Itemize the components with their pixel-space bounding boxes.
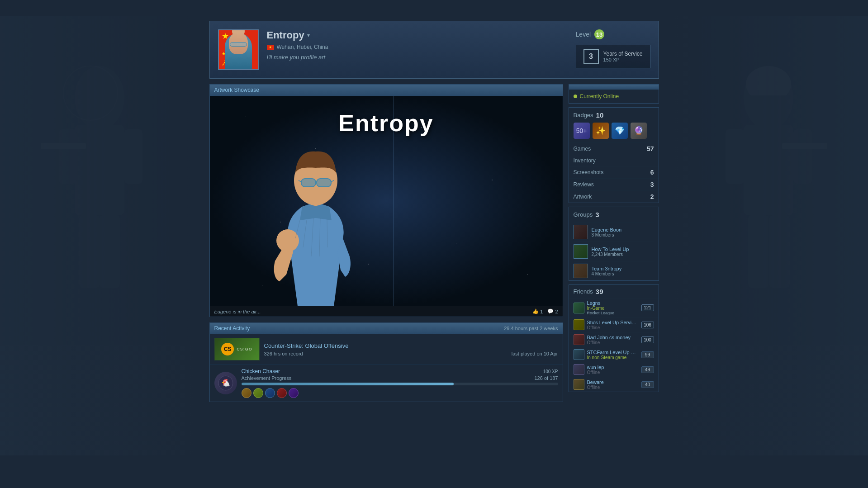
friend-item-0[interactable]: Legns In-Game Rocket League 121 (569, 298, 659, 317)
friend-status-2: Offline (587, 340, 639, 345)
comment-icon: 💬 (547, 308, 554, 314)
friend-status-1: Offline (587, 325, 639, 330)
reviews-stat-row[interactable]: Reviews 3 (569, 178, 659, 190)
csgo-logo: CS CS:GO (214, 338, 260, 360)
svg-rect-16 (748, 215, 768, 288)
profile-level-section: Level 13 3 Years of Service 150 XP (576, 29, 650, 68)
svg-rect-5 (75, 125, 124, 215)
friend-avatar-4 (574, 364, 584, 375)
artwork-count: 2 (650, 193, 654, 200)
badges-section: Badges 10 50+ ✨ 💎 🔮 (569, 108, 659, 142)
friend-item-2[interactable]: Bad John cs.money Offline 100 (569, 332, 659, 347)
svg-rect-17 (769, 215, 790, 288)
recent-activity: Recent Activity 29.4 hours past 2 weeks … (209, 322, 563, 402)
like-action[interactable]: 👍 1 (532, 308, 543, 314)
achievement-info: Chicken Chaser 100 XP Achievement Progre… (242, 368, 558, 398)
group-item-1[interactable]: How To Level Up 2,243 Members (574, 242, 654, 261)
years-label: Years of Service (603, 51, 643, 57)
games-label: Games (574, 146, 644, 152)
status-header (569, 85, 659, 90)
svg-rect-25 (317, 179, 331, 187)
friends-title: Friends 39 (569, 288, 659, 298)
csgo-label: CS:GO (237, 347, 252, 351)
ach-icon-1 (242, 388, 251, 398)
svg-rect-8 (79, 215, 100, 288)
friend-avatar-0 (574, 303, 584, 313)
friend-info-1: Stu's Level Up Service 22:1 Offline (587, 320, 639, 330)
like-count: 1 (540, 309, 543, 314)
badge-blue[interactable]: 💎 (612, 123, 628, 139)
caption-actions: 👍 1 💬 2 (532, 308, 558, 314)
friend-info-4: wun lep Offline (587, 365, 639, 375)
csgo-stats: 326 hrs on record last played on 10 Apr (264, 351, 558, 356)
group-name-0: Eugene Boon (592, 227, 654, 232)
groups-inner: Groups 3 Eugene Boon 3 Members How To (569, 207, 659, 280)
games-stat-row[interactable]: Games 57 (569, 142, 659, 155)
group-avatar-2 (574, 264, 588, 278)
achievement-fill (242, 383, 454, 385)
achievement-game-icon[interactable]: 🐔 (214, 372, 237, 394)
group-info-0: Eugene Boon 3 Members (592, 227, 654, 237)
content-area: Artwork Showcase Entropy (209, 84, 659, 402)
artwork-stat-row[interactable]: Artwork 2 (569, 190, 659, 203)
status-row: Currently Online (569, 90, 659, 103)
group-avatar-0 (574, 225, 588, 239)
friend-item-4[interactable]: wun lep Offline 49 (569, 362, 659, 377)
achievement-game-name: Chicken Chaser (242, 368, 280, 374)
friend-avatar-2 (574, 334, 584, 345)
achievement-game-xp: 100 XP (543, 369, 558, 374)
friend-item-1[interactable]: Stu's Level Up Service 22:1 Offline 106 (569, 317, 659, 332)
like-icon: 👍 (532, 308, 539, 314)
avatar-glasses (230, 42, 247, 47)
friends-inner: Friends 39 Legns In-Game Rocket League 1… (569, 285, 659, 392)
group-item-0[interactable]: Eugene Boon 3 Members (574, 222, 654, 242)
badges-label: Badges (574, 112, 593, 118)
artwork-divider (393, 96, 394, 306)
profile-username: Entropy (267, 29, 304, 41)
csgo-hours: 326 hrs on record (264, 351, 303, 356)
badge-50[interactable]: 50+ (574, 123, 590, 139)
status-text: Currently Online (580, 93, 619, 99)
profile-avatar[interactable]: ★★★★★ ☭ (218, 29, 259, 70)
achievement-label-row: Achievement Progress 126 of 187 (242, 375, 558, 381)
games-count: 57 (647, 145, 654, 152)
svg-rect-15 (793, 129, 812, 184)
showcase-image: Entropy (210, 96, 563, 306)
friend-item-3[interactable]: STCFarm Level Up Service In non-Steam ga… (569, 347, 659, 362)
screenshots-stat-row[interactable]: Screenshots 6 (569, 166, 659, 178)
years-of-service: 3 Years of Service 150 XP (576, 45, 650, 68)
group-item-2[interactable]: Team 3ntropy 4 Members (574, 261, 654, 280)
badge-silver[interactable]: 🔮 (631, 123, 647, 139)
csgo-name[interactable]: Counter-Strike: Global Offensive (264, 342, 558, 349)
inventory-stat-row[interactable]: Inventory (569, 155, 659, 166)
csgo-icon: CS (221, 343, 234, 355)
group-name-2: Team 3ntropy (592, 266, 654, 271)
main-content: ★★★★★ ☭ Entropy ▾ ★ Wuhan, Hubei, China … (209, 16, 659, 402)
svg-rect-10 (41, 143, 86, 149)
badge-burst[interactable]: ✨ (593, 123, 609, 139)
friend-avatar-3 (574, 349, 584, 360)
friend-item-5[interactable]: Beware Offline 40 (569, 377, 659, 392)
ach-icon-5 (289, 388, 299, 398)
csgo-bg: CS CS:GO (214, 338, 260, 360)
friend-name-3: STCFarm Level Up Service (587, 350, 639, 355)
comment-action[interactable]: 💬 2 (547, 308, 558, 314)
svg-rect-14 (726, 129, 745, 184)
csgo-last-played: last played on 10 Apr (512, 351, 558, 356)
profile-dropdown-arrow[interactable]: ▾ (307, 32, 310, 38)
friend-status-3: In non-Steam game (587, 355, 639, 360)
groups-label: Groups (574, 211, 593, 218)
showcase-header: Artwork Showcase (210, 85, 563, 96)
group-avatar-1 (574, 244, 588, 259)
achievement-label: Achievement Progress (242, 375, 292, 381)
csgo-thumbnail[interactable]: CS CS:GO (214, 338, 260, 360)
friend-name-5: Beware (587, 379, 639, 385)
achievement-count: 126 of 187 (535, 375, 558, 381)
ach-icon-3 (265, 388, 275, 398)
achievement-name-row: Chicken Chaser 100 XP (242, 368, 558, 374)
achievement-icons (242, 388, 558, 398)
friend-level-5: 40 (641, 381, 654, 388)
bg-left (0, 16, 194, 455)
friend-level-2: 100 (641, 336, 654, 343)
achievement-bar (242, 383, 558, 385)
